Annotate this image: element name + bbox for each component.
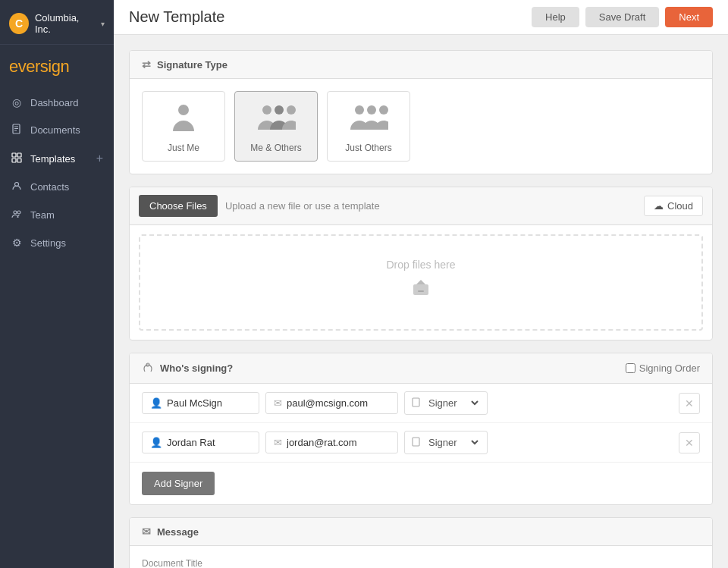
header: New Template Help Save Draft Next <box>114 0 728 35</box>
drop-zone[interactable]: Drop files here <box>139 234 703 331</box>
email-icon-1: ✉ <box>274 397 282 409</box>
just-others-icon <box>335 102 402 138</box>
help-button[interactable]: Help <box>532 7 579 27</box>
svg-rect-20 <box>418 290 424 292</box>
team-icon <box>11 209 23 221</box>
signers-title-area: Who's signing? <box>142 361 233 375</box>
signers-header: Who's signing? Signing Order <box>130 353 712 384</box>
signer-2-role-select[interactable]: Signer CC Approver <box>404 431 488 454</box>
sidebar-item-templates[interactable]: Templates + <box>0 144 114 173</box>
just-me-icon <box>150 102 217 138</box>
signer-1-remove-button[interactable]: ✕ <box>679 393 700 414</box>
signing-order-checkbox[interactable] <box>626 363 635 373</box>
svg-point-11 <box>178 105 189 115</box>
company-name: Columbia, Inc. <box>35 12 93 35</box>
documents-icon <box>11 124 23 137</box>
signer-2-name-field[interactable]: 👤 <box>142 431 259 453</box>
svg-rect-6 <box>12 158 16 162</box>
upload-instruction-text: Upload a new file or use a template <box>225 200 636 212</box>
sidebar-item-label: Templates <box>30 153 75 165</box>
sidebar-item-label: Contacts <box>30 181 69 193</box>
svg-point-17 <box>379 105 388 115</box>
brand-name-1: ever <box>9 57 40 76</box>
signer-2-email-field[interactable]: ✉ <box>265 431 398 453</box>
file-upload-section: Choose Files Upload a new file or use a … <box>129 187 713 340</box>
message-header: ✉ Message <box>130 518 712 546</box>
drop-icon <box>163 277 679 306</box>
svg-point-14 <box>287 105 296 115</box>
message-title: Message <box>157 526 199 538</box>
signer-1-role-select[interactable]: Signer CC Approver <box>404 391 488 415</box>
svg-rect-5 <box>17 153 21 157</box>
signer-row-2: 👤 ✉ Signer CC Approver <box>130 423 712 463</box>
cloud-button[interactable]: ☁ Cloud <box>644 196 703 216</box>
me-others-icon <box>243 102 309 138</box>
save-draft-button[interactable]: Save Draft <box>585 7 659 27</box>
signer-1-email-input[interactable] <box>287 397 390 409</box>
svg-point-12 <box>262 105 271 115</box>
sidebar-nav: ◎ Dashboard Documents Templates + Contac… <box>0 83 114 568</box>
sidebar-item-label: Team <box>30 209 55 221</box>
role-icon-1 <box>411 397 421 410</box>
just-me-label: Just Me <box>150 143 217 153</box>
sidebar: C Columbia, Inc. ▾ eversign ◎ Dashboard … <box>0 0 114 568</box>
svg-rect-18 <box>413 284 428 295</box>
sidebar-item-settings[interactable]: ⚙ Settings <box>0 229 114 256</box>
sidebar-item-label: Settings <box>30 237 66 249</box>
person-icon-2: 👤 <box>150 437 162 448</box>
signer-1-email-field[interactable]: ✉ <box>265 392 398 414</box>
message-icon: ✉ <box>142 526 151 538</box>
cloud-icon: ☁ <box>654 200 664 212</box>
message-body: Document Title Message <box>130 546 712 568</box>
signer-1-name-input[interactable] <box>167 397 251 409</box>
sidebar-item-dashboard[interactable]: ◎ Dashboard <box>0 89 114 116</box>
svg-point-13 <box>275 105 284 115</box>
cloud-label: Cloud <box>667 200 693 212</box>
settings-icon: ⚙ <box>11 237 23 249</box>
sig-option-just-others[interactable]: Just Others <box>327 91 410 162</box>
sidebar-item-contacts[interactable]: Contacts <box>0 173 114 201</box>
sidebar-item-label: Documents <box>30 124 80 136</box>
svg-rect-7 <box>17 158 21 162</box>
message-section: ✉ Message Document Title Message <box>129 517 713 568</box>
signer-2-role-dropdown[interactable]: Signer CC Approver <box>425 436 481 449</box>
signers-title: Who's signing? <box>160 362 233 374</box>
signer-2-name-input[interactable] <box>167 437 251 448</box>
sig-option-just-me[interactable]: Just Me <box>142 91 225 162</box>
email-icon-2: ✉ <box>274 437 282 448</box>
add-signer-button[interactable]: Add Signer <box>142 472 215 495</box>
role-icon-2 <box>411 437 421 449</box>
doc-title-label: Document Title <box>142 558 700 568</box>
signer-2-email-input[interactable] <box>287 437 390 448</box>
signer-row-1: 👤 ✉ Signer CC Approver <box>130 384 712 423</box>
signer-1-name-field[interactable]: 👤 <box>142 392 259 414</box>
templates-add-icon[interactable]: + <box>96 152 103 165</box>
person-icon-1: 👤 <box>150 397 162 409</box>
company-logo-icon: C <box>9 13 29 34</box>
signature-type-options: Just Me Me & Others <box>130 79 712 174</box>
signature-type-section: ⇄ Signature Type Just Me <box>129 50 713 174</box>
brand-name-2: sign <box>40 57 69 76</box>
drop-text: Drop files here <box>163 259 679 271</box>
choose-files-button[interactable]: Choose Files <box>139 195 218 217</box>
just-others-label: Just Others <box>335 143 402 153</box>
page-title: New Template <box>129 8 224 26</box>
svg-rect-4 <box>12 153 16 157</box>
company-dropdown-arrow: ▾ <box>101 20 105 28</box>
signers-icon <box>142 361 154 375</box>
company-selector[interactable]: C Columbia, Inc. ▾ <box>0 0 114 45</box>
sig-option-me-others[interactable]: Me & Others <box>234 91 318 162</box>
svg-point-9 <box>14 211 17 214</box>
signature-type-header: ⇄ Signature Type <box>130 51 712 79</box>
sidebar-item-documents[interactable]: Documents <box>0 116 114 144</box>
signature-type-icon: ⇄ <box>142 58 151 71</box>
signing-order-control: Signing Order <box>626 362 700 374</box>
me-others-label: Me & Others <box>243 143 309 153</box>
main-content: New Template Help Save Draft Next ⇄ Sign… <box>114 0 728 568</box>
signature-type-title: Signature Type <box>157 59 228 71</box>
next-button[interactable]: Next <box>665 7 713 27</box>
dashboard-icon: ◎ <box>11 96 23 108</box>
signer-1-role-dropdown[interactable]: Signer CC Approver <box>425 397 481 410</box>
sidebar-item-team[interactable]: Team <box>0 201 114 229</box>
signer-2-remove-button[interactable]: ✕ <box>679 432 700 453</box>
